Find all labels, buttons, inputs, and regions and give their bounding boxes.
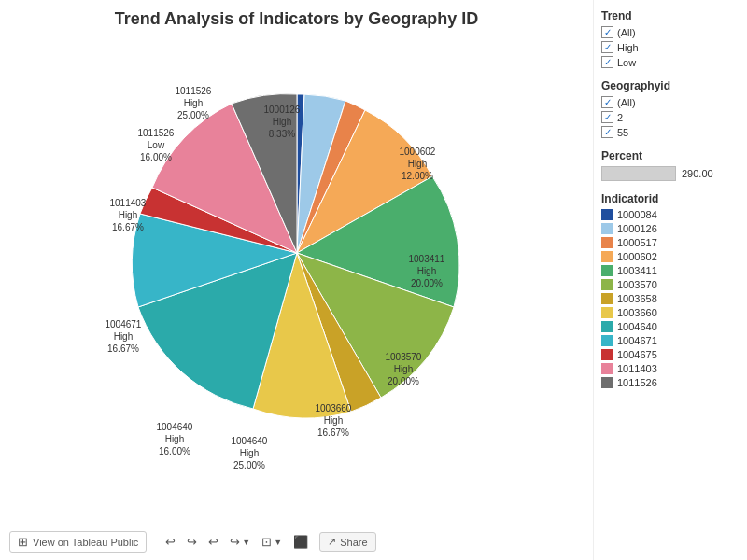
redo2-button[interactable]: ↪ ▼ [230, 535, 250, 549]
trend-all-checkbox[interactable] [601, 26, 613, 38]
pie-label-1000602: 1000602High12.00% [400, 146, 436, 182]
trend-all-row[interactable]: (All) [601, 26, 740, 38]
indicatorid-title: Indicatorid [601, 192, 740, 205]
geography-title: Geographyid [601, 79, 740, 92]
legend-item-1003660: 1003660 [601, 307, 740, 318]
legend-label-1003658: 1003658 [617, 293, 657, 304]
chart-title: Trend Analysis of Indicators by Geograph… [9, 9, 584, 29]
pie-label-1011526-low: 1011526Low16.00% [138, 127, 175, 163]
geo-all-row[interactable]: (All) [601, 96, 740, 108]
legend-label-1011526: 1011526 [617, 377, 657, 388]
tableau-label: View on Tableau Public [33, 537, 138, 548]
geography-section: Geographyid (All) 2 55 [601, 79, 740, 138]
trend-title: Trend [601, 9, 740, 22]
legend-color-1004671 [601, 335, 613, 346]
legend-item-1000517: 1000517 [601, 237, 740, 248]
legend-item-1000084: 1000084 [601, 209, 740, 220]
legend-color-1000084 [601, 209, 613, 220]
legend-label-1004671: 1004671 [617, 335, 657, 346]
pie-chart: 1011526Low16.00% 1000126High8.33% 100060… [120, 76, 474, 430]
percent-section: Percent 290.00 [601, 149, 740, 181]
indicatorid-section: Indicatorid 1000084 1000126 1000517 1000… [601, 192, 740, 388]
pie-label-1011526-high: 1011526High25.00% [176, 85, 212, 121]
pie-label-1000126: 1000126High8.33% [264, 104, 301, 140]
legend-label-1000517: 1000517 [617, 237, 657, 248]
legend-item-1004675: 1004675 [601, 349, 740, 360]
legend-label-1000126: 1000126 [617, 223, 657, 234]
legend-item-1011526: 1011526 [601, 377, 740, 388]
legend-item-1004671: 1004671 [601, 335, 740, 346]
geo-55-checkbox[interactable] [601, 126, 613, 138]
fullscreen-button[interactable]: ⊡ ▼ [261, 535, 282, 549]
geo-all-label: (All) [617, 97, 636, 108]
legend-label-1003411: 1003411 [617, 265, 657, 276]
geo-all-checkbox[interactable] [601, 96, 613, 108]
geo-2-row[interactable]: 2 [601, 111, 740, 123]
geo-2-checkbox[interactable] [601, 111, 613, 123]
download-button[interactable]: ⬛ [293, 535, 308, 549]
pie-label-1011403: 1011403High16.67% [110, 197, 147, 233]
redo-button[interactable]: ↪ [187, 535, 197, 549]
legend-label-1004640: 1004640 [617, 321, 657, 332]
pie-label-1004640-16: 1004640High16.00% [157, 421, 193, 457]
legend-color-1003660 [601, 307, 613, 318]
legend-item-1000602: 1000602 [601, 251, 740, 262]
legend-container: 1000084 1000126 1000517 1000602 1003411 … [601, 209, 740, 388]
legend-color-1004675 [601, 349, 613, 360]
pie-label-1003660: 1003660High16.67% [316, 402, 352, 439]
chart-area: 1011526Low16.00% 1000126High8.33% 100060… [9, 38, 584, 468]
sidebar: Trend (All) High Low Geographyid (All) [593, 0, 747, 560]
legend-color-1003570 [601, 279, 613, 290]
trend-high-row[interactable]: High [601, 41, 740, 53]
percent-row: 290.00 [601, 166, 740, 181]
legend-label-1000602: 1000602 [617, 251, 657, 262]
geo-2-label: 2 [617, 112, 623, 123]
pie-label-1003570: 1003570High20.00% [386, 351, 422, 387]
percent-value: 290.00 [682, 168, 713, 179]
percent-title: Percent [601, 149, 740, 162]
legend-color-1000602 [601, 251, 613, 262]
legend-color-1011403 [601, 363, 613, 374]
geo-55-row[interactable]: 55 [601, 126, 740, 138]
legend-label-1003570: 1003570 [617, 279, 657, 290]
pie-label-1004671: 1004671High16.67% [106, 318, 142, 355]
percent-bar [601, 166, 676, 181]
footer: ⊞ View on Tableau Public ↩ ↪ ↩ ↪ ▼ ⊡ ▼ ⬛… [9, 531, 376, 553]
undo2-button[interactable]: ↩ [208, 535, 218, 549]
legend-color-1003411 [601, 265, 613, 276]
main-area: Trend Analysis of Indicators by Geograph… [0, 0, 593, 560]
trend-high-label: High [617, 42, 639, 53]
trend-high-checkbox[interactable] [601, 41, 613, 53]
legend-label-1004675: 1004675 [617, 349, 657, 360]
legend-item-1000126: 1000126 [601, 223, 740, 234]
trend-low-label: Low [617, 57, 636, 68]
trend-all-label: (All) [617, 27, 636, 38]
share-button[interactable]: ↗ Share [319, 532, 375, 552]
legend-item-1003658: 1003658 [601, 293, 740, 304]
pie-label-1004640-25: 1004640High25.00% [232, 435, 268, 471]
legend-color-1000126 [601, 223, 613, 234]
trend-low-checkbox[interactable] [601, 56, 613, 68]
legend-label-1011403: 1011403 [617, 363, 657, 374]
pie-label-1003411: 1003411High20.00% [409, 253, 445, 289]
legend-label-1003660: 1003660 [617, 307, 657, 318]
undo-button[interactable]: ↩ [165, 535, 176, 549]
tableau-link[interactable]: ⊞ View on Tableau Public [9, 531, 147, 553]
trend-section: Trend (All) High Low [601, 9, 740, 68]
legend-item-1011403: 1011403 [601, 363, 740, 374]
tableau-grid-icon: ⊞ [18, 535, 28, 549]
legend-label-1000084: 1000084 [617, 209, 657, 220]
legend-color-1004640 [601, 321, 613, 332]
legend-color-1000517 [601, 237, 613, 248]
footer-icons: ↩ ↪ ↩ ↪ ▼ ⊡ ▼ ⬛ ↗ Share [165, 532, 375, 552]
share-label: Share [340, 537, 367, 548]
geo-55-label: 55 [617, 127, 628, 138]
legend-color-1003658 [601, 293, 613, 304]
legend-item-1003411: 1003411 [601, 265, 740, 276]
legend-color-1011526 [601, 377, 613, 388]
legend-item-1004640: 1004640 [601, 321, 740, 332]
trend-low-row[interactable]: Low [601, 56, 740, 68]
legend-item-1003570: 1003570 [601, 279, 740, 290]
main-container: Trend Analysis of Indicators by Geograph… [0, 0, 747, 560]
